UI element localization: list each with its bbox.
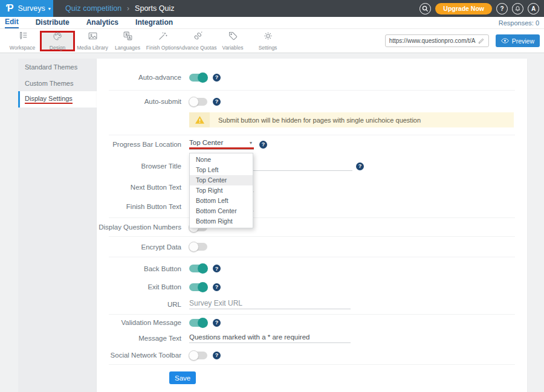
chain-links-icon xyxy=(193,31,203,43)
back-button-row: Back Button ? xyxy=(97,257,527,280)
workspace-icon xyxy=(18,31,28,43)
back-button-help-icon[interactable]: ? xyxy=(213,265,221,272)
toolbar-advance-quotas[interactable]: Advance Quotas xyxy=(180,29,215,53)
encrypt-data-toggle[interactable] xyxy=(189,243,207,251)
validation-message-row: Validation Message ? xyxy=(97,315,527,330)
progress-bar-location-select[interactable]: Top Center ▾ xyxy=(189,139,254,150)
sidebar-item-custom-themes[interactable]: Custom Themes xyxy=(18,75,97,91)
eye-icon xyxy=(501,37,509,45)
tab-analytics[interactable]: Analytics xyxy=(86,18,118,28)
tab-distribute[interactable]: Distribute xyxy=(36,18,70,28)
back-button-toggle[interactable] xyxy=(189,265,207,272)
option-bottom-right[interactable]: Bottom Right xyxy=(190,216,253,227)
product-menu[interactable]: Surveys xyxy=(18,4,45,13)
toolbar-media-library[interactable]: Media Library xyxy=(75,29,110,53)
exit-url-input[interactable] xyxy=(189,300,351,309)
chevron-down-icon: ▾ xyxy=(48,6,51,11)
sidebar-item-display-settings[interactable]: Display Settings xyxy=(18,91,97,108)
toolbar-languages[interactable]: Languages xyxy=(110,29,145,53)
tag-icon xyxy=(228,31,238,43)
app-logo-area[interactable]: Ƥ Surveys ▾ xyxy=(0,0,53,17)
social-network-toolbar-toggle[interactable] xyxy=(189,352,207,359)
exit-button-row: Exit Button ? xyxy=(97,280,527,294)
breadcrumb: Quiz competition › Sports Quiz xyxy=(65,4,174,13)
auto-advance-help-icon[interactable]: ? xyxy=(213,74,221,82)
toolbar-workspace[interactable]: Workspace xyxy=(5,29,40,53)
option-bottom-left[interactable]: Bottom Left xyxy=(190,196,253,206)
survey-url-value: https://www.questionpro.com/t/APNrFZ xyxy=(389,37,476,44)
breadcrumb-separator-icon: › xyxy=(127,4,129,13)
save-button[interactable]: Save xyxy=(169,371,196,384)
option-bottom-center[interactable]: Bottom Center xyxy=(190,206,253,216)
translate-icon xyxy=(123,31,133,43)
warning-text: Submit button will be hidden for pages w… xyxy=(218,117,421,124)
toolbar-finish-options[interactable]: Finish Options xyxy=(145,29,180,53)
validation-message-help-icon[interactable]: ? xyxy=(213,319,221,327)
palette-icon xyxy=(53,31,62,43)
auto-submit-help-icon[interactable]: ? xyxy=(213,98,221,106)
magic-wand-icon xyxy=(158,31,168,43)
edit-toolbar: Workspace Design Media Library Languages… xyxy=(0,29,544,53)
social-network-toolbar-row: Social Network Toolbar ? xyxy=(97,346,527,364)
option-top-center[interactable]: Top Center xyxy=(190,175,253,185)
warning-banner: Submit button will be hidden for pages w… xyxy=(189,112,514,127)
option-top-left[interactable]: Top Left xyxy=(190,165,253,175)
preview-button[interactable]: Preview xyxy=(496,34,540,47)
auto-advance-row: Auto-advance ? xyxy=(97,59,527,90)
option-top-right[interactable]: Top Right xyxy=(190,185,253,196)
select-caret-icon: ▾ xyxy=(250,140,252,146)
exit-button-toggle[interactable] xyxy=(189,283,207,291)
message-text-input[interactable] xyxy=(189,333,351,343)
breadcrumb-folder[interactable]: Quiz competition xyxy=(65,4,121,13)
encrypt-data-row: Encrypt Data xyxy=(97,237,527,257)
notifications-bell-icon[interactable] xyxy=(512,3,523,14)
finish-button-text-row: Finish Button Text xyxy=(97,196,527,217)
edit-pencil-icon[interactable] xyxy=(478,36,485,47)
auto-submit-toggle[interactable] xyxy=(189,98,207,106)
top-bar: Ƥ Surveys ▾ Quiz competition › Sports Qu… xyxy=(0,0,544,17)
search-icon[interactable] xyxy=(419,3,431,14)
display-question-numbers-row: Display Question Numbers xyxy=(97,218,527,236)
exit-button-help-icon[interactable]: ? xyxy=(213,283,221,291)
toolbar-variables[interactable]: Variables xyxy=(215,29,250,53)
progress-bar-location-row: Progress Bar Location Top Center ▾ ? xyxy=(97,135,527,153)
avatar[interactable]: A xyxy=(528,3,539,14)
auto-submit-row: Auto-submit ? xyxy=(97,91,527,112)
tab-integration[interactable]: Integration xyxy=(135,18,173,28)
toolbar-design[interactable]: Design xyxy=(40,31,75,51)
progress-bar-help-icon[interactable]: ? xyxy=(259,141,267,149)
design-page: Standard Themes Custom Themes Display Se… xyxy=(0,53,544,392)
browser-title-row: Browser Title ? xyxy=(97,153,527,179)
tab-edit[interactable]: Edit xyxy=(5,17,19,28)
upgrade-now-button[interactable]: Upgrade Now xyxy=(435,3,492,14)
annotation-underline xyxy=(189,147,254,149)
exit-url-row: URL xyxy=(97,294,527,314)
validation-message-toggle[interactable] xyxy=(189,319,207,327)
sidebar-item-standard-themes[interactable]: Standard Themes xyxy=(18,59,97,75)
questionpro-logo-icon: Ƥ xyxy=(6,4,14,13)
breadcrumb-survey-name[interactable]: Sports Quiz xyxy=(135,4,174,13)
image-icon xyxy=(88,31,98,43)
browser-title-help-icon[interactable]: ? xyxy=(356,162,364,170)
survey-url-field[interactable]: https://www.questionpro.com/t/APNrFZ xyxy=(385,34,489,47)
display-settings-panel: Auto-advance ? Auto-submit ? xyxy=(97,59,527,392)
survey-nav: Edit Distribute Analytics Integration Re… xyxy=(0,17,544,29)
help-button[interactable]: ? xyxy=(496,3,508,14)
design-sidebar: Standard Themes Custom Themes Display Se… xyxy=(18,59,97,392)
auto-advance-toggle[interactable] xyxy=(189,74,207,82)
next-button-text-row: Next Button Text xyxy=(97,179,527,196)
toolbar-settings[interactable]: Settings xyxy=(250,29,285,53)
warning-banner-wrap: Submit button will be hidden for pages w… xyxy=(97,112,527,127)
save-row: Save xyxy=(97,371,527,384)
option-none[interactable]: None xyxy=(190,155,253,165)
warning-triangle-icon xyxy=(189,112,210,127)
responses-count[interactable]: Responses: 0 xyxy=(499,19,539,27)
progress-bar-location-dropdown: None Top Left Top Center Top Right Botto… xyxy=(189,153,253,228)
social-network-toolbar-help-icon[interactable]: ? xyxy=(213,352,221,359)
gear-icon xyxy=(263,31,273,43)
message-text-row: Message Text xyxy=(97,330,527,346)
